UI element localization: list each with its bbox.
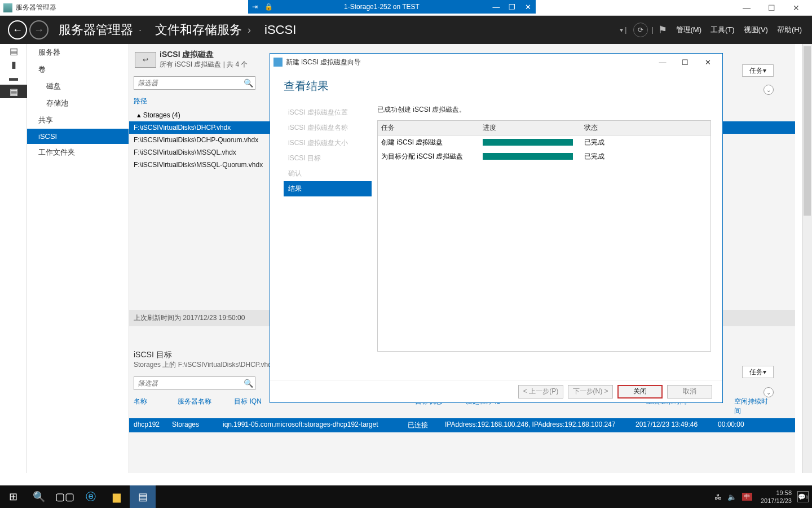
nav-shares[interactable]: 共享 (27, 112, 129, 129)
progress-bar (483, 139, 573, 146)
cell-idle: 00:00:00 (718, 421, 744, 430)
windows-taskbar: ⊞ 🔍 ▢▢ ⓔ ▆ ▤ 🖧 🔈 中 19:58 2017/12/23 💬1 (0, 485, 812, 508)
back-button[interactable]: ← (8, 20, 27, 40)
results-table: 任务 进度 状态 创建 iSCSI 虚拟磁盘 已完成 为目标分配 iSCSI 虚… (377, 120, 711, 352)
vm-restore-icon[interactable]: ❐ (504, 3, 520, 11)
vm-minimize-icon[interactable]: — (488, 3, 504, 11)
dialog-title: 新建 iSCSI 虚拟磁盘向导 (286, 58, 651, 67)
progress-bar (483, 153, 573, 160)
left-nav: 服务器 卷 磁盘 存储池 共享 iSCSI 工作文件夹 (27, 44, 129, 473)
dialog-button-row: < 上一步(P) 下一步(N) > 关闭 取消 (270, 380, 722, 402)
step-confirm: 确认 (284, 166, 372, 181)
start-button[interactable]: ⊞ (0, 485, 26, 508)
tasks-dropdown[interactable]: 任务 ▾ (742, 64, 774, 77)
crumb-services[interactable]: 文件和存储服务 (155, 21, 242, 38)
col-idle[interactable]: 空闲持续时间 (734, 397, 774, 416)
prev-button: < 上一步(P) (518, 385, 563, 398)
rail-volumes-icon[interactable]: ▮ (0, 58, 27, 71)
target-row[interactable]: dhcp192 Storages iqn.1991-05.com.microso… (129, 418, 795, 432)
step-target: iSCSI 目标 (284, 151, 372, 166)
window-minimize-button[interactable]: — (734, 0, 759, 16)
close-button[interactable]: 关闭 (617, 385, 663, 398)
ime-indicator[interactable]: 中 (742, 493, 752, 501)
step-result: 结果 (284, 181, 372, 196)
expand-button[interactable]: ⌄ (764, 387, 774, 397)
back-panel-icon[interactable]: ↩ (135, 52, 156, 68)
tray-network-icon[interactable]: 🖧 (714, 493, 722, 501)
menu-view[interactable]: 视图(V) (744, 25, 768, 35)
tray-volume-icon[interactable]: 🔈 (727, 493, 736, 501)
step-name: iSCSI 虚拟磁盘名称 (284, 120, 372, 135)
cell-status: 已连接 (408, 421, 435, 430)
chevron-icon: · (139, 24, 142, 36)
nav-storage-pools[interactable]: 存储池 (27, 95, 129, 112)
tasks-dropdown[interactable]: 任务 ▾ (742, 366, 774, 378)
clock[interactable]: 19:58 2017/12/23 (761, 489, 792, 505)
search-icon[interactable]: 🔍 (241, 379, 255, 388)
cell-status: 已完成 (581, 150, 648, 164)
cell-name: dhcp192 (134, 421, 162, 430)
filter-box[interactable]: 🔍 (134, 76, 255, 90)
refresh-icon[interactable]: ⟳ (633, 23, 648, 37)
lock-icon: 🔒 (262, 3, 275, 11)
nav-work-folders[interactable]: 工作文件夹 (27, 144, 129, 161)
col-name[interactable]: 名称 (134, 397, 161, 416)
col-status: 状态 (581, 121, 648, 135)
panel-title: iSCSI 虚拟磁盘 (160, 50, 248, 60)
dialog-maximize-button[interactable]: ☐ (674, 58, 696, 67)
menu-help[interactable]: 帮助(H) (777, 25, 802, 35)
nav-servers[interactable]: 服务器 (27, 44, 129, 61)
cell-iqn: iqn.1991-05.com.microsoft:storages-dhcp1… (223, 421, 398, 430)
cell-progress (479, 150, 581, 164)
taskbar-search-icon[interactable]: 🔍 (26, 485, 52, 508)
cancel-button: 取消 (667, 385, 712, 398)
action-center-icon[interactable]: 💬1 (797, 491, 809, 502)
nav-disks[interactable]: 磁盘 (27, 78, 129, 95)
icon-rail: ▤ ▮ ▬ ▤ (0, 44, 27, 473)
success-message: 已成功创建 iSCSI 虚拟磁盘。 (377, 105, 711, 115)
menu-tools[interactable]: 工具(T) (710, 25, 735, 35)
crumb-root[interactable]: 服务器管理器 (59, 21, 133, 38)
nav-iscsi[interactable]: iSCSI (27, 129, 129, 144)
col-task: 任务 (378, 121, 479, 135)
col-server[interactable]: 服务器名称 (178, 397, 217, 416)
cell-server: Storages (172, 421, 213, 430)
server-manager-icon (3, 3, 12, 12)
server-manager-taskbar-icon[interactable]: ▤ (130, 485, 156, 508)
task-view-icon[interactable]: ▢▢ (52, 485, 78, 508)
rail-servers-icon[interactable]: ▤ (0, 44, 27, 58)
vm-close-icon[interactable]: ✕ (520, 3, 536, 11)
dialog-titlebar: 新建 iSCSI 虚拟磁盘向导 — ☐ ✕ (270, 54, 722, 71)
dialog-icon (273, 58, 283, 67)
explorer-icon[interactable]: ▆ (104, 485, 130, 508)
vm-connection-bar: ⇥ 🔒 1-Storage1-252 on TEST — ❐ ✕ (248, 0, 536, 14)
wizard-steps: iSCSI 虚拟磁盘位置 iSCSI 虚拟磁盘名称 iSCSI 虚拟磁盘大小 i… (270, 105, 372, 380)
menu-manage[interactable]: 管理(M) (676, 25, 702, 35)
vertical-scrollbar[interactable] (802, 44, 812, 473)
result-row: 创建 iSCSI 虚拟磁盘 已完成 (378, 135, 710, 150)
window-maximize-button[interactable]: ☐ (759, 0, 784, 16)
cell-task: 创建 iSCSI 虚拟磁盘 (378, 135, 479, 150)
search-icon[interactable]: 🔍 (241, 78, 255, 87)
scrollbar-thumb[interactable] (804, 46, 811, 216)
rail-disks-icon[interactable]: ▬ (0, 71, 27, 85)
dialog-close-button[interactable]: ✕ (696, 58, 719, 67)
notifications-flag-icon[interactable]: ⚑ (658, 24, 667, 36)
rail-iscsi-icon[interactable]: ▤ (0, 85, 27, 98)
filter-input[interactable] (134, 79, 241, 87)
forward-button[interactable]: → (29, 20, 48, 40)
filter-input-2[interactable] (134, 379, 241, 387)
cell-progress (479, 135, 581, 150)
crumb-iscsi[interactable]: iSCSI (264, 23, 296, 37)
window-close-button[interactable]: ✕ (784, 0, 809, 16)
expand-button[interactable]: ⌄ (764, 85, 774, 95)
filter-box-2[interactable]: 🔍 (134, 376, 255, 390)
pin-icon[interactable]: ⇥ (248, 3, 262, 11)
dropdown-icon[interactable]: ▾ | (620, 26, 626, 34)
ie-icon[interactable]: ⓔ (78, 485, 104, 508)
nav-volumes[interactable]: 卷 (27, 61, 129, 78)
dialog-right-pane: 已成功创建 iSCSI 虚拟磁盘。 任务 进度 状态 创建 iSCSI 虚拟磁盘… (372, 105, 722, 380)
dialog-minimize-button[interactable]: — (651, 58, 674, 67)
cell-task: 为目标分配 iSCSI 虚拟磁盘 (378, 150, 479, 164)
divider: | (651, 26, 653, 34)
